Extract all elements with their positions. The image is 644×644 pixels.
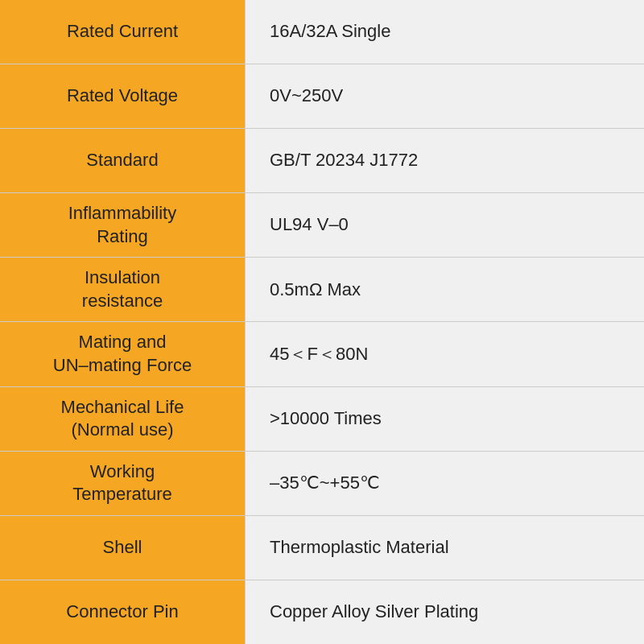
value-inflammability-rating: UL94 V–0 — [246, 193, 644, 257]
table-row: Rated Current16A/32A Single — [0, 0, 644, 64]
table-row: WorkingTemperature–35℃~+55℃ — [0, 452, 644, 516]
value-working-temperature: –35℃~+55℃ — [246, 452, 644, 515]
label-connector-pin: Connector Pin — [0, 580, 246, 644]
table-row: Rated Voltage0V~250V — [0, 64, 644, 129]
table-row: InflammabilityRatingUL94 V–0 — [0, 193, 644, 258]
table-row: Mating andUN–mating Force45＜F＜80N — [0, 322, 644, 386]
table-row: Connector PinCopper Alloy Silver Plating — [0, 580, 644, 644]
label-rated-voltage: Rated Voltage — [0, 64, 246, 128]
label-insulation-resistance: Insulationresistance — [0, 258, 246, 321]
label-rated-current: Rated Current — [0, 0, 246, 64]
label-working-temperature: WorkingTemperature — [0, 452, 246, 515]
value-connector-pin: Copper Alloy Silver Plating — [246, 580, 644, 644]
table-row: Mechanical Life(Normal use)>10000 Times — [0, 387, 644, 452]
value-rated-voltage: 0V~250V — [246, 64, 644, 128]
table-row: ShellThermoplastic Material — [0, 516, 644, 580]
label-mechanical-life: Mechanical Life(Normal use) — [0, 387, 246, 451]
label-standard: Standard — [0, 129, 246, 192]
table-row: Insulationresistance0.5mΩ Max — [0, 258, 644, 322]
value-mechanical-life: >10000 Times — [246, 387, 644, 451]
value-insulation-resistance: 0.5mΩ Max — [246, 258, 644, 321]
label-inflammability-rating: InflammabilityRating — [0, 193, 246, 257]
value-mating-force: 45＜F＜80N — [246, 322, 644, 386]
value-rated-current: 16A/32A Single — [246, 0, 644, 64]
specs-table: Rated Current16A/32A SingleRated Voltage… — [0, 0, 644, 644]
value-shell: Thermoplastic Material — [246, 516, 644, 580]
table-row: StandardGB/T 20234 J1772 — [0, 129, 644, 193]
label-mating-force: Mating andUN–mating Force — [0, 322, 246, 386]
label-shell: Shell — [0, 516, 246, 580]
value-standard: GB/T 20234 J1772 — [246, 129, 644, 192]
